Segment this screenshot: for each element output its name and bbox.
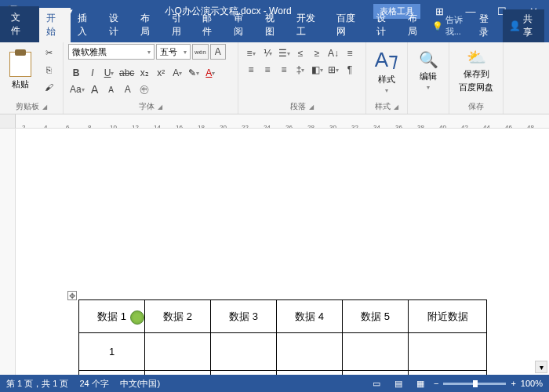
align-right[interactable]: ≡ [260,62,275,78]
layout-tab[interactable]: 布局 [133,8,165,42]
design-tab[interactable]: 设计 [102,8,133,42]
font-label: 字体 [139,101,155,112]
font-size-combo[interactable]: 五号▾ [156,44,191,60]
review-tab[interactable]: 审阅 [227,8,258,42]
print-layout[interactable]: ▤ [390,377,407,390]
line-spacing[interactable]: ‡▾ [293,62,308,78]
subscript-button[interactable]: x₂ [136,65,152,81]
highlight-button[interactable]: ✎▾ [186,65,202,81]
increase-indent[interactable]: ≥ [309,45,325,61]
read-mode[interactable]: ▭ [368,377,385,390]
styles-icon: A⁊ [375,48,398,72]
cell[interactable] [145,333,211,371]
bullets-button[interactable]: ≡▾ [243,45,259,61]
header-cell[interactable]: 数据 2 [145,300,211,333]
enclose-char[interactable]: ㊥ [136,82,152,97]
header-cell[interactable]: 数据 4 [277,300,343,333]
word-count[interactable]: 24 个字 [79,378,108,390]
format-painter[interactable]: 🖌 [41,80,56,94]
shading-button[interactable]: ◧▾ [309,62,325,78]
superscript-button[interactable]: x² [153,65,169,81]
styles-button[interactable]: A⁊ 样式▾ [371,44,402,97]
sort-button[interactable]: A↓ [325,45,341,61]
align-left[interactable]: ≡ [342,45,358,61]
para-launcher[interactable]: ◢ [309,103,314,111]
zoom-level[interactable]: 100% [521,379,543,388]
edit-button[interactable]: 🔍 编辑▾ [413,44,444,97]
cloud-icon: ⛅ [467,48,486,67]
home-tab[interactable]: 开始 [39,8,71,42]
char-shading[interactable]: Aa▾ [68,82,86,97]
styles-launcher[interactable]: ◢ [394,103,398,111]
mailings-tab[interactable]: 邮件 [195,8,227,42]
table-row[interactable]: 1 [79,333,487,371]
language-status[interactable]: 中文(中国) [120,378,160,390]
zoom-in[interactable]: + [511,379,515,388]
multilevel-button[interactable]: ☰▾ [276,45,292,61]
tell-me[interactable]: 💡告诉我... [432,14,474,38]
font-launcher[interactable]: ◢ [158,103,162,111]
header-cell[interactable]: 数据 3 [211,300,277,333]
bold-button[interactable]: B [68,65,84,81]
header-cell[interactable]: 附近数据 [409,300,487,333]
cell[interactable] [211,371,277,376]
cell[interactable] [343,333,409,371]
clear-format[interactable]: A [120,82,136,97]
cell[interactable] [277,371,343,376]
italic-button[interactable]: I [85,65,100,81]
document-page[interactable]: ✥ 数据 1 数据 2 数据 3 数据 4 数据 5 附近数据 1 2 3 5 … [16,129,549,375]
show-marks[interactable]: ¶ [342,62,358,78]
underline-button[interactable]: U▾ [101,65,117,81]
save-label: 保存 [468,101,484,112]
share-button[interactable]: 👤共享 [503,9,544,42]
numbering-button[interactable]: ⅟▾ [260,45,275,61]
developer-tab[interactable]: 开发工 [289,8,329,42]
web-layout[interactable]: ▦ [412,377,429,390]
insert-tab[interactable]: 插入 [71,8,102,42]
table-row[interactable]: 2 [79,371,487,376]
horizontal-ruler[interactable]: 2468101214161820222426283032343638404244… [0,114,549,129]
char-border[interactable]: A [210,44,226,60]
login-link[interactable]: 登录 [479,13,496,39]
justify[interactable]: ≡ [276,62,292,78]
text-effects[interactable]: A▾ [169,65,185,81]
cell[interactable] [211,333,277,371]
clipboard-launcher[interactable]: ◢ [42,103,47,111]
grow-font[interactable]: A [87,82,103,97]
header-cell[interactable]: 数据 5 [343,300,409,333]
bulb-icon: 💡 [432,21,443,31]
table-design-tab[interactable]: 设计 [369,8,401,42]
table-layout-tab[interactable]: 布局 [401,8,432,42]
paste-button[interactable]: 粘贴 [5,44,36,97]
references-tab[interactable]: 引用 [165,8,196,42]
zoom-slider[interactable] [443,383,506,385]
font-color[interactable]: A▾ [202,65,218,81]
phonetic-guide[interactable]: wén [192,44,209,60]
shrink-font[interactable]: A [104,82,119,97]
table-move-handle[interactable]: ✥ [67,291,77,300]
cell[interactable]: 2 [79,371,145,376]
find-icon: 🔍 [419,50,438,69]
styles-label: 样式 [375,101,391,112]
strike-button[interactable]: abc [118,65,136,81]
cut-button[interactable]: ✂ [41,45,56,60]
cell[interactable] [343,371,409,376]
cell[interactable] [145,371,211,376]
cell[interactable] [277,333,343,371]
file-tab[interactable]: 文件 [0,6,39,42]
vertical-ruler[interactable] [0,129,16,375]
view-tab[interactable]: 视图 [258,8,289,42]
cell[interactable] [409,371,487,376]
align-center[interactable]: ≡ [243,62,259,78]
borders-button[interactable]: ⊞▾ [325,62,341,78]
decrease-indent[interactable]: ≤ [293,45,308,61]
page-status[interactable]: 第 1 页，共 1 页 [6,378,68,390]
cell[interactable] [409,333,487,371]
baidu-tab[interactable]: 百度网 [329,8,369,42]
copy-button[interactable]: ⎘ [41,63,56,77]
font-name-combo[interactable]: 微软雅黑▾ [68,44,155,60]
zoom-out[interactable]: − [434,379,438,388]
scroll-down-icon[interactable]: ▾ [535,361,547,373]
baidu-save-button[interactable]: ⛅ 保存到 百度网盘 [454,44,498,97]
cell[interactable]: 1 [79,333,145,371]
